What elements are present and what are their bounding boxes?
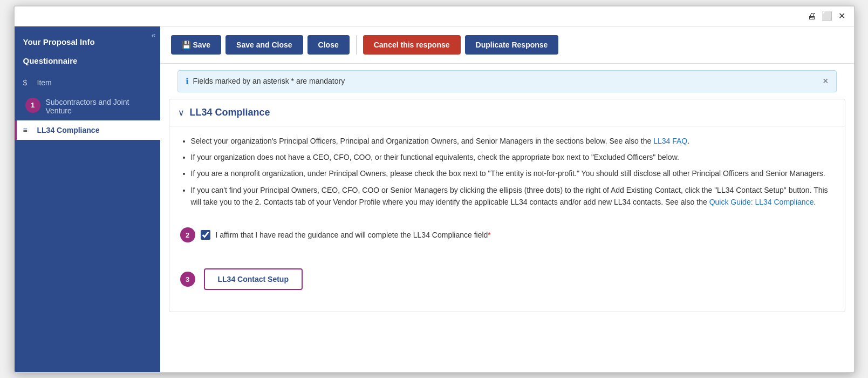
sidebar-item-subcontractors[interactable]: 1 Subcontractors and Joint Venture bbox=[15, 92, 160, 120]
section-title: LL34 Compliance bbox=[190, 107, 270, 118]
ll34-faq-link[interactable]: LL34 FAQ bbox=[653, 137, 687, 145]
toolbar-divider bbox=[356, 35, 357, 55]
sidebar-section-questionnaire: Questionnaire bbox=[15, 54, 160, 73]
save-close-button[interactable]: Save and Close bbox=[225, 35, 303, 55]
affirm-row: 2 I affirm that I have read the guidance… bbox=[180, 221, 834, 249]
main-area: « Your Proposal Info Questionnaire $ Ite… bbox=[15, 26, 854, 372]
step-2-badge: 2 bbox=[180, 227, 195, 242]
sidebar-item-item[interactable]: $ Item bbox=[15, 73, 160, 92]
window-close-icon[interactable]: ✕ bbox=[837, 11, 848, 22]
step-1-badge: 1 bbox=[25, 98, 40, 113]
list-icon: ≡ bbox=[23, 126, 32, 134]
instruction-1: Select your organization's Principal Off… bbox=[191, 135, 834, 147]
info-banner-text: Fields marked by an asterisk * are manda… bbox=[193, 77, 345, 85]
toolbar: 💾 Save Save and Close Close Cancel this … bbox=[160, 26, 854, 64]
title-bar: 🖨 ⬜ ✕ bbox=[15, 6, 854, 26]
restore-icon[interactable]: ⬜ bbox=[822, 11, 832, 22]
info-icon: ℹ bbox=[186, 76, 189, 86]
page-body: ℹ Fields marked by an asterisk * are man… bbox=[160, 64, 854, 372]
sidebar-item-ll34[interactable]: ≡ LL34 Compliance bbox=[15, 120, 160, 140]
sidebar-section-proposal: Your Proposal Info bbox=[15, 26, 160, 54]
section-collapse-icon[interactable]: ∨ bbox=[178, 107, 184, 118]
save-icon: 💾 bbox=[182, 40, 193, 49]
info-banner-content: ℹ Fields marked by an asterisk * are man… bbox=[186, 76, 345, 86]
close-button[interactable]: Close bbox=[307, 35, 350, 55]
sidebar-section-questionnaire-title: Questionnaire bbox=[23, 56, 152, 65]
contact-setup-area: 3 LL34 Contact Setup bbox=[180, 262, 834, 303]
instructions: Select your organization's Principal Off… bbox=[180, 135, 834, 208]
banner-close-button[interactable]: × bbox=[823, 76, 829, 86]
app-window: 🖨 ⬜ ✕ « Your Proposal Info Questionnaire… bbox=[13, 5, 855, 373]
cancel-response-button[interactable]: Cancel this response bbox=[363, 35, 461, 55]
save-button[interactable]: 💾 Save bbox=[171, 35, 222, 55]
quick-guide-link[interactable]: Quick Guide: LL34 Compliance bbox=[709, 198, 814, 206]
print-icon[interactable]: 🖨 bbox=[807, 11, 817, 22]
sidebar: « Your Proposal Info Questionnaire $ Ite… bbox=[15, 26, 160, 372]
instruction-4: If you can't find your Principal Owners,… bbox=[191, 184, 834, 208]
section-header: ∨ LL34 Compliance bbox=[169, 99, 845, 126]
sidebar-item-item-label: Item bbox=[37, 78, 52, 87]
sidebar-item-subcontractors-label: Subcontractors and Joint Venture bbox=[46, 98, 152, 115]
sidebar-collapse-button[interactable]: « bbox=[152, 31, 156, 39]
section-body: Select your organization's Principal Off… bbox=[169, 126, 845, 312]
sidebar-section-proposal-title: Your Proposal Info bbox=[23, 37, 152, 46]
dollar-icon: $ bbox=[23, 78, 32, 87]
ll34-section: ∨ LL34 Compliance Select your organizati… bbox=[169, 99, 845, 313]
instruction-2: If your organization does not have a CEO… bbox=[191, 151, 834, 163]
content-area: 💾 Save Save and Close Close Cancel this … bbox=[160, 26, 854, 372]
duplicate-response-button[interactable]: Duplicate Response bbox=[465, 35, 559, 55]
affirm-label: I affirm that I have read the guidance a… bbox=[216, 231, 491, 239]
instruction-3: If you are a nonprofit organization, und… bbox=[191, 167, 834, 179]
mandatory-star: * bbox=[488, 231, 490, 239]
info-banner: ℹ Fields marked by an asterisk * are man… bbox=[177, 70, 837, 92]
sidebar-item-ll34-label: LL34 Compliance bbox=[37, 126, 100, 134]
contact-setup-button[interactable]: LL34 Contact Setup bbox=[204, 268, 303, 290]
step-3-badge: 3 bbox=[180, 272, 195, 287]
affirm-checkbox[interactable] bbox=[201, 230, 210, 240]
